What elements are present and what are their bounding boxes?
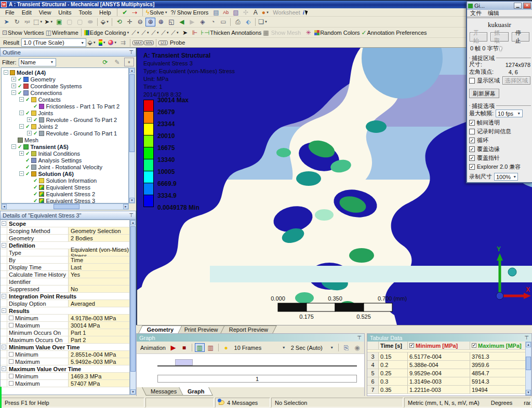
refresh-screen-button[interactable]: 刷新屏幕 xyxy=(469,89,499,98)
tab-report-preview[interactable]: Report Preview xyxy=(220,325,277,333)
solve-button[interactable]: ϟ Solve ▼ xyxy=(145,8,168,17)
details-row[interactable]: Geometry2 Bodies xyxy=(1,235,129,242)
random-colors-button[interactable]: Random Colors xyxy=(314,28,360,37)
tree-item[interactable]: ✓Equivalent Stress xyxy=(2,184,128,191)
select-region-button[interactable]: 选择区域 xyxy=(502,76,530,85)
tabular-data-header[interactable]: Tabular Data ⊤ xyxy=(367,334,531,342)
stacked-chart-button[interactable]: ▥ xyxy=(206,343,216,352)
option-checkbox[interactable]: ✓ xyxy=(469,138,475,143)
series-checkbox[interactable] xyxy=(9,359,14,364)
extend-selection-icon[interactable]: ⬬ xyxy=(85,18,95,26)
time-cell[interactable]: 0.25 xyxy=(379,369,408,377)
menu-view[interactable]: View xyxy=(36,9,55,16)
minimum-cell[interactable]: 5.388e-004 xyxy=(408,361,470,369)
minimum-cell[interactable]: 6.5177e-004 xyxy=(408,352,470,360)
filter-edit-icon[interactable]: ✎ xyxy=(112,58,122,66)
maximum-cell[interactable]: 5914.3 xyxy=(470,377,525,385)
tree-item[interactable]: Mesh xyxy=(2,137,128,143)
xyz-tool-icon[interactable]: xyz xyxy=(22,18,32,26)
tree-item[interactable]: ✓Equivalent Stress 2 xyxy=(2,191,128,197)
details-row[interactable]: Minimum1469.3 MPa xyxy=(1,373,129,380)
minimum-column-header[interactable]: ✓Minimum [MPa] xyxy=(408,342,470,349)
zoom-in-icon[interactable]: ⊕ xyxy=(145,18,155,26)
tree-item[interactable]: −✓Joints xyxy=(2,110,128,116)
details-row[interactable]: Display OptionAveraged xyxy=(1,300,129,307)
expander-icon[interactable]: − xyxy=(19,171,24,176)
tree-vertical-scrollbar[interactable]: ▲ ▼ xyxy=(129,67,135,203)
menu-units[interactable]: Units xyxy=(55,9,74,16)
details-value[interactable]: 57407 MPa xyxy=(69,380,129,387)
tree-item[interactable]: ✓Analysis Settings xyxy=(2,157,128,164)
collapse-icon[interactable]: − xyxy=(2,243,6,248)
graph-body[interactable]: 1 xyxy=(137,354,364,387)
table-vertical-scrollbar[interactable]: ▲ ▼ xyxy=(525,342,531,396)
details-value[interactable]: No xyxy=(69,285,129,292)
table-row[interactable]: 60.31.3149e-0035914.3 xyxy=(367,377,525,386)
rescale-icon[interactable]: ◔ xyxy=(208,18,218,26)
status-units[interactable]: Metric (mm, t, N, s, mV, mA) Degrees rad… xyxy=(404,398,531,407)
expander-icon[interactable]: − xyxy=(11,144,16,149)
check-circle-icon[interactable]: ✔ xyxy=(120,8,130,17)
expander-icon[interactable]: − xyxy=(11,90,16,95)
details-value[interactable]: Time xyxy=(69,256,129,263)
details-section-row[interactable]: −Scope xyxy=(1,220,129,227)
timeline-bar[interactable]: 1 xyxy=(157,375,357,383)
show-mesh-button[interactable]: ▦Show Mesh xyxy=(262,28,303,37)
details-value[interactable]: Equivalent (von-Mises) Stress xyxy=(69,249,129,256)
collapse-icon[interactable]: − xyxy=(2,308,6,313)
option-checkbox[interactable]: ✓ xyxy=(469,155,475,161)
capture-menu-文件[interactable]: 文件 xyxy=(470,9,482,17)
tree-item[interactable]: ✓Equivalent Stress 3 xyxy=(2,197,128,203)
tree-item[interactable]: ✓Joint - Rotational Velocity xyxy=(2,164,128,170)
contour-bands-button[interactable]: ▼ xyxy=(97,38,107,47)
details-value[interactable]: 4.9178e-003 MPa xyxy=(69,315,129,321)
zoom-magnify-icon[interactable]: ⊕ xyxy=(156,18,166,26)
maximum-cell[interactable]: 4854.7 xyxy=(470,369,525,377)
table-row[interactable]: 30.156.5177e-0043761.3 xyxy=(367,352,525,361)
edge-option-5-icon[interactable]: ⟋▼ xyxy=(170,28,180,37)
collapse-icon[interactable]: − xyxy=(2,294,6,298)
capture-tool-window[interactable]: Gi... ▁ ✕ 文件编辑 kukuasir 开始 抓取 停止 0 帧 0 字… xyxy=(466,1,532,183)
details-row[interactable]: Minimum2.8551e-004 MPa xyxy=(1,351,129,358)
option-checkbox[interactable]: ✓ xyxy=(469,120,475,126)
option-checkbox[interactable]: ✓ xyxy=(469,146,475,152)
pin-dart-icon[interactable]: ➤ xyxy=(180,28,190,37)
pan-tool-icon[interactable]: ✛ xyxy=(125,18,135,26)
graph-panel-header[interactable]: Graph ⊤ xyxy=(137,334,364,342)
details-section-row[interactable]: −Results xyxy=(1,307,129,315)
option-checkbox[interactable]: ✓ xyxy=(469,164,475,170)
rotate-tool-icon[interactable]: ↻ xyxy=(12,18,22,26)
next-view-icon[interactable]: ▶ xyxy=(187,18,197,26)
details-row[interactable]: Display TimeLast xyxy=(1,264,129,271)
details-vertical-scrollbar[interactable]: ▲ ▼ xyxy=(130,220,136,395)
details-row[interactable]: Minimum Occurs OnPart 1 xyxy=(1,329,129,336)
details-value[interactable]: Yes xyxy=(69,271,129,278)
tree-item[interactable]: +✓Revolute - Ground To Part 2 xyxy=(2,116,128,123)
series-checkbox[interactable] xyxy=(9,316,14,320)
details-row[interactable]: Calculate Time HistoryYes xyxy=(1,271,129,278)
menu-help[interactable]: Help xyxy=(96,9,114,16)
details-row[interactable]: Maximum57407 MPa xyxy=(1,380,129,387)
pin-icon[interactable]: ⊤ xyxy=(129,49,134,55)
minimum-cell[interactable]: 1.3149e-003 xyxy=(408,377,470,385)
window-layout-icon[interactable]: ❏▼ xyxy=(258,18,268,26)
tree-item[interactable]: +✓Revolute - Ground To Part 1 xyxy=(2,130,128,137)
image-tag-icon[interactable]: ⬖ xyxy=(243,18,253,26)
filter-name-combo[interactable]: Name▼ xyxy=(19,58,56,66)
flat-display-button[interactable]: ⇉ xyxy=(118,38,128,47)
expander-icon[interactable]: + xyxy=(27,131,32,135)
expander-icon[interactable]: − xyxy=(4,70,8,75)
edge-option-2-icon[interactable]: ⟋▼ xyxy=(141,28,151,37)
minimum-cell[interactable]: 9.9529e-004 xyxy=(408,369,470,377)
select-face-icon[interactable]: ▢ xyxy=(64,18,74,26)
tree-item[interactable]: ✓Frictionless - Part 1 To Part 2 xyxy=(2,103,128,110)
minimum-cell[interactable]: 1.2211e-003 xyxy=(408,386,470,393)
details-value[interactable]: Part 1 xyxy=(69,329,129,336)
expander-icon[interactable]: + xyxy=(19,151,24,156)
expander-icon[interactable]: − xyxy=(19,97,24,102)
thicken-bars-icon[interactable]: ⊩ xyxy=(190,28,200,37)
start-button[interactable]: 开始 xyxy=(470,32,487,42)
max-probe-button[interactable]: MAX xyxy=(132,40,143,45)
time-cell[interactable]: 0.35 xyxy=(379,386,408,393)
wireframe-button[interactable]: ◫Wireframe xyxy=(45,28,79,37)
